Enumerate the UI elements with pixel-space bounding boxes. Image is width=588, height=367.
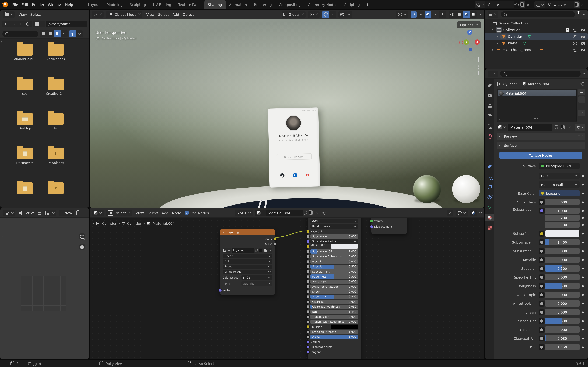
prop-row-clearcoat-r[interactable]: Clearcoat R...0.030: [497, 335, 585, 342]
filter-settings-chevron[interactable]: [76, 30, 83, 37]
expand-arrow[interactable]: ▸: [496, 35, 499, 38]
prop-row-specular[interactable]: Specular0.500: [497, 265, 585, 272]
bsdf-row-subsurface-c[interactable]: Subsurface C...: [311, 244, 358, 249]
socket-button[interactable]: [539, 318, 545, 324]
value-slider[interactable]: 0.100: [545, 222, 579, 228]
value-slider[interactable]: Roughness0.500: [311, 275, 358, 279]
bsdf-row-base-color[interactable]: Base Color: [311, 229, 358, 234]
outliner-item-scene-collection[interactable]: Scene Collection: [485, 20, 588, 26]
socket-button[interactable]: [539, 335, 545, 341]
editor-type-button[interactable]: [92, 209, 104, 216]
properties-tab-tool[interactable]: [485, 82, 494, 90]
prop-row-sheen[interactable]: Sheen0.000: [497, 309, 585, 315]
shader-type-selector[interactable]: Object: [106, 209, 132, 216]
filter-chevron[interactable]: [582, 13, 585, 16]
add-slot-button[interactable]: +: [578, 89, 585, 95]
properties-tab-collection[interactable]: [485, 143, 494, 150]
input-socket[interactable]: [306, 320, 310, 324]
viewport-canvas[interactable]: User Perspective (0) Collection | Cylind…: [90, 19, 484, 208]
filter-button[interactable]: [69, 30, 76, 37]
unlink-image-button[interactable]: ×: [269, 248, 272, 253]
value-slider[interactable]: Specular0.500: [311, 264, 358, 269]
input-socket[interactable]: [306, 315, 310, 318]
region-expand-arrow[interactable]: ‹: [481, 222, 483, 226]
prop-row-subsurface[interactable]: Subsurface ...0.000: [497, 248, 585, 254]
image-node-select-flat[interactable]: Flat: [223, 259, 272, 264]
value-slider[interactable]: Subsurface IOR1.400: [311, 249, 358, 254]
y-axis-handle[interactable]: Y: [464, 40, 469, 45]
tab-layout[interactable]: Layout: [84, 0, 103, 9]
color-swatch[interactable]: [545, 230, 579, 237]
input-socket[interactable]: [306, 250, 310, 253]
shader-menu-add[interactable]: Add: [160, 210, 170, 216]
scene-name[interactable]: Scene: [485, 1, 514, 8]
shader-menu-select[interactable]: Select: [146, 210, 160, 216]
socket-button[interactable]: [539, 257, 545, 263]
tab-sculpting[interactable]: Sculpting: [126, 0, 149, 9]
tab-uv-editing[interactable]: UV Editing: [149, 0, 175, 9]
close-icon[interactable]: ×: [579, 1, 585, 8]
prop-row-subsurface[interactable]: Subsurface ...: [497, 230, 585, 237]
tab-compositing[interactable]: Compositing: [275, 0, 304, 9]
value-slider[interactable]: 0.030: [545, 335, 579, 342]
principled-bsdf-node[interactable]: GGXRandom WalkBase ColorSubsurface0.000S…: [308, 218, 361, 359]
keyframe-dot[interactable]: [582, 192, 584, 194]
image-node-select-single-image[interactable]: Single Image: [223, 270, 272, 274]
snap-settings-chevron[interactable]: [329, 11, 336, 18]
value-slider[interactable]: 0.500: [545, 265, 579, 272]
region-expand-arrow[interactable]: ›: [1, 40, 3, 44]
socket-button[interactable]: [539, 300, 545, 306]
filebrowser-menu-view[interactable]: View: [17, 12, 28, 17]
viewlayer-name[interactable]: ViewLayer: [545, 1, 574, 8]
socket-button[interactable]: [539, 292, 545, 298]
socket-button[interactable]: [539, 283, 545, 289]
bsdf-row-subsurface-anisotropy[interactable]: Subsurface Anisotropy0.000: [311, 254, 358, 259]
folder-item[interactable]: AndroidStud...: [9, 42, 40, 77]
back-button[interactable]: ←: [2, 21, 10, 27]
create-directory-button[interactable]: +: [33, 21, 45, 27]
value-slider[interactable]: Transmission0.000: [311, 315, 358, 319]
prop-row-metallic[interactable]: Metallic0.000: [497, 257, 585, 263]
bsdf-row-sheen[interactable]: Sheen0.000: [311, 290, 358, 294]
value-slider[interactable]: 0.000: [545, 274, 579, 280]
up-button[interactable]: ↑: [17, 21, 25, 27]
zoom-gizmo[interactable]: [79, 233, 85, 240]
surface-shader-button[interactable]: Principled BSDF: [539, 163, 579, 169]
viewport-menu-select[interactable]: Select: [157, 12, 170, 17]
distribution-select[interactable]: GGX: [539, 173, 579, 179]
socket-button[interactable]: [539, 231, 545, 236]
xray-toggle[interactable]: [439, 11, 446, 18]
keyframe-dot[interactable]: [582, 302, 584, 304]
pivot-point-button[interactable]: [308, 11, 320, 18]
material-slot-list[interactable]: n Material.004 ▸: [497, 89, 577, 122]
bsdf-row-anisotropic-rotation[interactable]: Anisotropic Rotation0.000: [311, 284, 358, 289]
tab-texture-paint[interactable]: Texture Paint: [175, 0, 204, 9]
bsdf-row-ior[interactable]: IOR1.450: [311, 310, 358, 314]
image-editor-menu-view[interactable]: View: [24, 210, 35, 216]
mode-selector[interactable]: Object Mode: [106, 11, 142, 18]
bsdf-row-roughness[interactable]: Roughness0.500: [311, 275, 358, 279]
folder-item[interactable]: Desktop: [9, 111, 40, 146]
breadcrumb-material[interactable]: Material.004: [528, 82, 549, 86]
rendered-shading-button[interactable]: [470, 11, 477, 18]
copy-material-button[interactable]: [308, 209, 314, 216]
keyframe-dot[interactable]: [582, 259, 584, 261]
keyframe-dot[interactable]: [582, 184, 584, 185]
open-image-button[interactable]: [264, 248, 268, 253]
alpha-mode-select[interactable]: Straight: [242, 282, 272, 286]
breadcrumb-item[interactable]: Cylinder: [127, 221, 142, 225]
value-slider[interactable]: Sheen0.000: [311, 290, 358, 294]
tab-animation[interactable]: Animation: [225, 0, 251, 9]
shading-settings-chevron[interactable]: [479, 13, 482, 16]
proportional-editing-toggle[interactable]: [339, 11, 346, 18]
output-input-volume[interactable]: Volume: [374, 219, 404, 223]
slot-selector[interactable]: Slot 1: [235, 209, 252, 216]
output-input-displacement[interactable]: Displacement: [374, 224, 404, 229]
prop-row-anisotropic[interactable]: Anisotropic ...0.000: [497, 300, 585, 307]
input-socket[interactable]: [306, 325, 310, 329]
overlays-chevron[interactable]: [434, 13, 436, 16]
shader-menu-view[interactable]: View: [134, 210, 145, 216]
scene-selector[interactable]: Scene ×: [475, 1, 531, 8]
folder-item[interactable]: Creative Cl...: [40, 77, 71, 111]
outliner-item-collection[interactable]: ▾Collection✓: [485, 26, 588, 33]
